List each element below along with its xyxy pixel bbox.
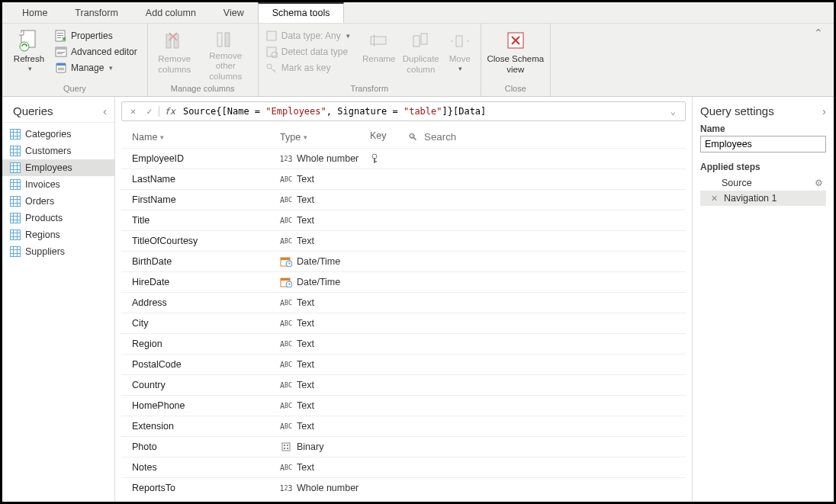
query-item-products[interactable]: Products — [2, 210, 114, 226]
schema-field-type: ABCText — [280, 339, 370, 349]
number-type-icon: 123 — [280, 483, 292, 493]
step-source[interactable]: Source⚙ — [700, 175, 826, 191]
formula-text[interactable]: Source{[Name = "Employees", Signature = … — [183, 106, 663, 117]
delete-step-icon[interactable]: ✕ — [711, 194, 718, 204]
datetime-type-icon — [280, 277, 292, 287]
schema-field-name: FirstName — [132, 194, 280, 205]
step-label: Source — [722, 178, 752, 188]
mark-as-key-button[interactable]: Mark as key — [263, 61, 352, 75]
schema-row[interactable]: PhotoBinary — [121, 437, 686, 457]
query-name-input[interactable] — [700, 136, 826, 152]
remove-other-columns-button[interactable]: Remove other columns — [198, 26, 253, 82]
text-type-icon: ABC — [280, 236, 292, 246]
queries-list: CategoriesCustomersEmployeesInvoicesOrde… — [2, 123, 114, 263]
svg-rect-22 — [371, 37, 386, 44]
gear-icon[interactable]: ⚙ — [815, 178, 823, 188]
remove-columns-button[interactable]: Remove columns — [153, 26, 197, 82]
query-item-regions[interactable]: Regions — [2, 226, 114, 243]
schema-field-name: Address — [132, 297, 280, 308]
chevron-down-icon: ▾ — [346, 32, 350, 40]
svg-rect-18 — [267, 31, 276, 40]
query-item-label: Orders — [25, 196, 54, 207]
schema-field-type: Date/Time — [280, 277, 370, 287]
tab-schema-tools[interactable]: Schema tools — [258, 2, 345, 23]
search-input[interactable] — [423, 130, 675, 143]
schema-field-type: ABCText — [280, 318, 370, 329]
schema-row[interactable]: HireDateDate/Time — [121, 272, 686, 293]
schema-row[interactable]: LastNameABCText — [121, 169, 686, 190]
close-schema-view-button[interactable]: Close Schema view — [486, 26, 545, 82]
svg-rect-11 — [56, 63, 66, 66]
advanced-editor-icon — [55, 46, 67, 58]
rename-label: Rename — [362, 54, 395, 65]
data-type-icon — [265, 30, 278, 42]
move-button[interactable]: Move ▾ — [444, 26, 476, 82]
binary-type-icon — [280, 441, 292, 452]
schema-row[interactable]: PostalCodeABCText — [121, 355, 686, 375]
schema-row[interactable]: EmployeeID123Whole number — [121, 149, 686, 169]
key-icon — [265, 62, 278, 74]
tab-transform[interactable]: Transform — [61, 4, 132, 23]
formula-cancel-button[interactable]: ✕ — [127, 106, 140, 117]
tab-view[interactable]: View — [210, 4, 258, 23]
detect-data-type-button[interactable]: Detect data type — [263, 45, 352, 59]
tab-home[interactable]: Home — [8, 4, 61, 23]
column-header-type[interactable]: Type▾ — [280, 130, 370, 143]
schema-row[interactable]: HomePhoneABCText — [121, 396, 686, 416]
query-item-employees[interactable]: Employees — [2, 159, 114, 176]
schema-row[interactable]: BirthDateDate/Time — [121, 252, 686, 272]
table-icon — [10, 196, 21, 207]
properties-label: Properties — [71, 30, 113, 41]
close-icon — [503, 29, 528, 52]
query-item-categories[interactable]: Categories — [2, 126, 114, 143]
schema-row[interactable]: ReportsTo123Whole number — [121, 478, 686, 497]
query-item-label: Products — [25, 213, 63, 223]
rename-icon — [367, 29, 391, 52]
query-item-orders[interactable]: Orders — [2, 193, 114, 210]
remove-other-columns-label: Remove other columns — [198, 51, 253, 82]
rename-button[interactable]: Rename — [360, 26, 398, 82]
schema-field-name: Extension — [132, 421, 280, 432]
query-item-customers[interactable]: Customers — [2, 143, 114, 159]
schema-row[interactable]: TitleOfCourtesyABCText — [121, 231, 686, 252]
schema-row[interactable]: RegionABCText — [121, 334, 686, 355]
query-item-invoices[interactable]: Invoices — [2, 176, 114, 193]
schema-row[interactable]: NotesABCText — [121, 457, 686, 478]
schema-row[interactable]: TitleABCText — [121, 210, 686, 231]
schema-row[interactable]: ExtensionABCText — [121, 416, 686, 437]
schema-field-type: ABCText — [280, 380, 370, 390]
properties-button[interactable]: Properties — [53, 29, 140, 43]
column-header-name[interactable]: Name▾ — [132, 130, 280, 143]
expand-settings-icon[interactable]: › — [822, 104, 826, 117]
manage-button[interactable]: Manage ▾ — [53, 61, 140, 75]
duplicate-column-label: Duplicate column — [400, 54, 442, 75]
svg-rect-12 — [58, 68, 64, 69]
formula-accept-button[interactable]: ✓ — [143, 106, 156, 117]
primary-key-icon — [370, 153, 408, 164]
schema-row[interactable]: FirstNameABCText — [121, 190, 686, 210]
schema-field-key — [370, 153, 408, 164]
schema-body[interactable]: EmployeeID123Whole numberLastNameABCText… — [121, 149, 686, 497]
ribbon-collapse-button[interactable]: ⌃ — [814, 27, 823, 39]
svg-rect-23 — [374, 34, 375, 47]
data-type-button[interactable]: Data type: Any ▾ — [263, 29, 352, 43]
step-navigation-1[interactable]: ✕Navigation 1 — [700, 191, 826, 206]
schema-field-type: ABCText — [280, 421, 370, 432]
column-header-key[interactable]: Key — [370, 130, 408, 143]
formula-expand-icon[interactable]: ⌄ — [666, 106, 680, 117]
collapse-queries-icon[interactable]: ‹ — [103, 104, 107, 117]
tab-add-column[interactable]: Add column — [132, 4, 210, 23]
query-item-suppliers[interactable]: Suppliers — [2, 243, 114, 260]
group-label-transform: Transform — [263, 84, 476, 95]
fx-icon[interactable]: fx — [159, 106, 179, 117]
schema-row[interactable]: CityABCText — [121, 313, 686, 334]
refresh-button[interactable]: Refresh ▾ — [7, 26, 51, 82]
group-label-close: Close — [486, 84, 545, 95]
detect-icon — [265, 46, 278, 58]
duplicate-column-button[interactable]: Duplicate column — [400, 26, 442, 82]
advanced-editor-button[interactable]: Advanced editor — [53, 45, 140, 59]
schema-row[interactable]: AddressABCText — [121, 293, 686, 313]
search-icon: 🔍︎ — [408, 132, 418, 143]
schema-field-name: City — [132, 318, 280, 329]
schema-row[interactable]: CountryABCText — [121, 375, 686, 396]
